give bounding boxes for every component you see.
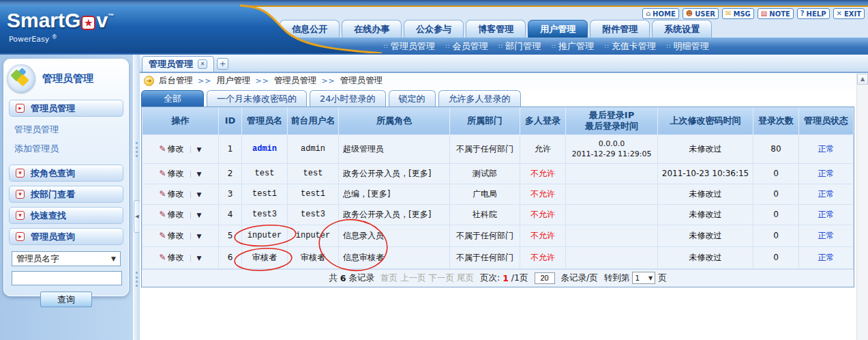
home-button[interactable]: ⌂HOME xyxy=(642,8,679,19)
close-icon[interactable]: ✕ xyxy=(198,59,207,69)
breadcrumb-item-user-manage[interactable]: 用户管理 xyxy=(216,75,250,87)
vertical-scrollbar[interactable]: ▲ xyxy=(856,74,868,340)
sidebar-link-admin-manage[interactable]: 管理员管理 xyxy=(14,124,128,136)
goto-page-select[interactable]: 1▼ xyxy=(632,272,655,284)
scroll-up-button[interactable]: ▲ xyxy=(857,74,868,85)
admin-name-cell: test xyxy=(242,163,288,184)
multi-login-cell: 不允许 xyxy=(520,225,566,246)
msg-button[interactable]: ✉MSG xyxy=(722,8,754,19)
per-page-input[interactable] xyxy=(535,272,555,284)
filter-tab-all[interactable]: 全部 xyxy=(141,90,204,107)
admin-name-link[interactable]: admin xyxy=(242,134,288,163)
brand-name: SmartG★v™ xyxy=(7,9,114,32)
filter-tab-logged-24h[interactable]: 24小时登录的 xyxy=(310,90,386,107)
sidebar-section-by-dept[interactable]: ▾ 按部门查看 xyxy=(9,186,123,203)
edit-button[interactable]: 修改 xyxy=(168,144,184,154)
status-link[interactable]: 正常 xyxy=(799,134,854,163)
status-link[interactable]: 正常 xyxy=(799,204,854,225)
chevron-down-icon[interactable]: ▼ xyxy=(190,212,202,218)
tab-attachment-manage[interactable]: 附件管理 xyxy=(590,20,650,38)
subnav-item-detail-manage[interactable]: ∷明细管理 xyxy=(667,40,709,53)
subnav-item-admin-manage[interactable]: ∷管理员管理 xyxy=(384,40,435,53)
query-button[interactable]: 查询 xyxy=(40,292,92,307)
splitter-handle[interactable] xyxy=(136,142,138,157)
sidebar-section-admin-query[interactable]: ▸ 管理员查询 xyxy=(9,228,123,245)
document-tab-bar: 管理员管理 ✕ + xyxy=(140,55,868,73)
col-header-operation: 操作 xyxy=(143,107,219,134)
splitter-handle[interactable] xyxy=(136,272,138,287)
filter-tab-pwd-not-changed-month[interactable]: 一个月未修改密码的 xyxy=(207,90,307,107)
login-count-cell: 0 xyxy=(753,204,799,225)
pwd-time-cell: 未修改过 xyxy=(658,225,753,246)
tab-public-participation[interactable]: 公众参与 xyxy=(404,20,464,38)
admin-table: 操作 ID 管理员名 前台用户名 所属角色 所属部门 多人登录 最后登录IP 最… xyxy=(141,107,854,287)
note-button[interactable]: ▤NOTE xyxy=(758,8,794,19)
breadcrumb-item-admin-manage-2[interactable]: 管理员管理 xyxy=(340,75,383,87)
sidebar-link-add-admin[interactable]: 添加管理员 xyxy=(14,143,128,155)
breadcrumb-item-admin-manage[interactable]: 管理员管理 xyxy=(274,75,317,87)
tab-user-manage[interactable]: 用户管理 xyxy=(528,20,588,38)
col-header-id: ID xyxy=(219,107,242,134)
doc-tab-admin-manage[interactable]: 管理员管理 ✕ xyxy=(142,56,214,72)
chevron-down-icon[interactable]: ▼ xyxy=(190,171,202,178)
chevron-down-icon[interactable]: ▼ xyxy=(190,191,202,198)
pencil-icon: ✎ xyxy=(160,210,166,219)
add-tab-button[interactable]: + xyxy=(217,58,228,70)
bullet-icon: ∷ xyxy=(384,43,388,50)
prev-page-link: 上一页 xyxy=(400,272,426,284)
status-link[interactable]: 正常 xyxy=(799,246,854,268)
edit-button[interactable]: 修改 xyxy=(168,169,184,178)
chevron-down-icon[interactable]: ▼ xyxy=(190,233,202,240)
front-name-cell: test1 xyxy=(288,184,339,204)
filter-tab-locked[interactable]: 锁定的 xyxy=(389,90,436,107)
admin-query-field-select[interactable]: 管理员名字 ▼ xyxy=(12,251,121,266)
subnav-item-promo-manage[interactable]: ∷推广管理 xyxy=(552,40,594,53)
subnav-item-dept-manage[interactable]: ∷部门管理 xyxy=(498,40,541,53)
sidebar-splitter[interactable]: ◀ xyxy=(133,55,140,340)
admin-name-cell: inputer xyxy=(242,225,288,246)
admin-query-input[interactable] xyxy=(12,271,122,285)
subnav-item-member-manage[interactable]: ∷会员管理 xyxy=(446,40,488,53)
pwd-time-cell: 未修改过 xyxy=(658,246,753,268)
tab-blog-manage[interactable]: 博客管理 xyxy=(466,20,526,38)
breadcrumb-separator: >> xyxy=(321,76,335,85)
id-cell: 4 xyxy=(219,204,242,225)
admin-name-cell: 审核者 xyxy=(242,246,288,268)
table-row: ✎修改▼ 6 审核者 审核者 信息审核者 不属于任何部门 不允许 未修改过 0 … xyxy=(143,246,854,268)
tab-system-settings[interactable]: 系统设置 xyxy=(652,20,712,38)
login-count-cell: 0 xyxy=(753,225,799,246)
multi-login-cell: 允许 xyxy=(520,134,566,163)
status-link[interactable]: 正常 xyxy=(799,163,854,184)
pencil-icon: ✎ xyxy=(160,231,166,240)
last-login-cell xyxy=(566,204,658,225)
filter-tab-multi-login-allowed[interactable]: 允许多人登录的 xyxy=(438,90,521,107)
table-header-row: 操作 ID 管理员名 前台用户名 所属角色 所属部门 多人登录 最后登录IP 最… xyxy=(143,107,854,134)
breadcrumb-separator: >> xyxy=(255,76,269,85)
front-name-cell: 审核者 xyxy=(288,246,339,268)
status-link[interactable]: 正常 xyxy=(799,184,854,204)
sidebar-section-quick-find[interactable]: ▾ 快速查找 xyxy=(9,207,123,224)
col-header-multi-login: 多人登录 xyxy=(520,107,566,134)
chevron-down-icon[interactable]: ▼ xyxy=(190,146,202,153)
sidebar-section-admin-manage[interactable]: ▸ 管理员管理 xyxy=(9,100,123,117)
table-row: ✎修改▼ 5 inputer inputer 信息录入员 不属于任何部门 不允许… xyxy=(143,225,854,246)
edit-button[interactable]: 修改 xyxy=(168,210,184,219)
breadcrumb-item-backend[interactable]: 后台管理 xyxy=(159,75,193,87)
exit-button[interactable]: ✕EXIT xyxy=(833,8,865,19)
pwd-time-cell: 未修改过 xyxy=(658,184,753,204)
subnav-item-card-manage[interactable]: ∷充值卡管理 xyxy=(605,40,656,53)
front-name-cell: inputer xyxy=(288,225,339,246)
status-link[interactable]: 正常 xyxy=(799,225,854,246)
id-cell: 2 xyxy=(219,163,242,184)
multi-login-cell: 不允许 xyxy=(520,184,566,204)
edit-button[interactable]: 修改 xyxy=(168,189,184,199)
arrow-down-icon: ▾ xyxy=(16,211,25,220)
pwd-time-cell: 未修改过 xyxy=(658,134,753,163)
last-login-cell: 0.0.0.02011-12-29 11:29:05 xyxy=(566,134,658,163)
edit-button[interactable]: 修改 xyxy=(168,231,184,240)
sidebar-section-by-role[interactable]: ▾ 按角色查询 xyxy=(9,165,123,182)
chevron-down-icon[interactable]: ▼ xyxy=(190,255,202,261)
edit-button[interactable]: 修改 xyxy=(168,253,184,262)
help-button[interactable]: ?HELP xyxy=(797,8,830,19)
user-button[interactable]: ☻USER xyxy=(683,8,719,19)
